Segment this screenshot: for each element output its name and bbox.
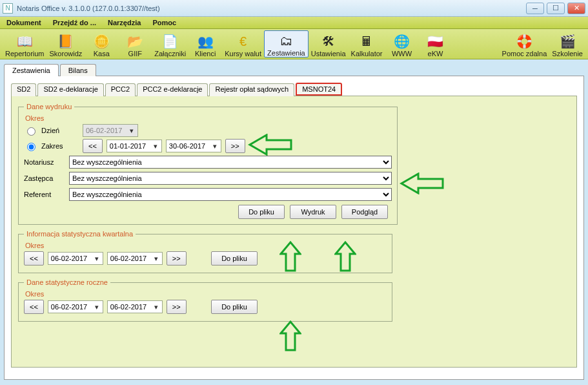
rz-date-to-input[interactable] bbox=[109, 302, 152, 312]
kw-date-to[interactable]: ▾ bbox=[107, 252, 163, 265]
menu-dokument[interactable]: Dokument bbox=[6, 19, 41, 26]
chevron-down-icon[interactable]: ▾ bbox=[210, 142, 219, 151]
label-notariusz: Notariusz bbox=[24, 158, 69, 166]
tab-bilans[interactable]: Bilans bbox=[60, 64, 96, 76]
chevron-down-icon[interactable]: ▾ bbox=[152, 303, 161, 311]
tool-repertorium[interactable]: 📖Repertorium bbox=[3, 32, 47, 57]
calculator-icon: 🖩 bbox=[356, 33, 377, 50]
btn-podglad[interactable]: Podgląd bbox=[341, 205, 388, 219]
tool-skorowidz[interactable]: 📙Skorowidz bbox=[47, 32, 85, 57]
legend-kwartalna: Informacja statystyczna kwartalna bbox=[24, 230, 136, 238]
kw-prev-button[interactable]: << bbox=[24, 251, 44, 265]
clients-icon: 👥 bbox=[195, 33, 216, 50]
window-titlebar: N Notaris Office v. 3.1.0.0 (127.0.0.1:3… bbox=[0, 0, 588, 17]
btn-do-pliku[interactable]: Do pliku bbox=[238, 205, 285, 219]
ekw-icon: 🇵🇱 bbox=[425, 33, 445, 50]
tool-zestawienia[interactable]: 🗂Zestawienia bbox=[264, 30, 309, 57]
kw-date-from-input[interactable] bbox=[50, 253, 92, 264]
minimize-button[interactable]: ─ bbox=[526, 3, 544, 14]
tool-szkolenie[interactable]: 🎬Szkolenie bbox=[549, 32, 585, 57]
btn-wydruk[interactable]: Wydruk bbox=[290, 205, 336, 219]
group-kwartalna: Informacja statystyczna kwartalna Okres … bbox=[18, 230, 392, 273]
euro-icon: € bbox=[233, 33, 254, 50]
rz-date-from-input[interactable] bbox=[50, 302, 92, 312]
tool-giif[interactable]: 📂GIIF bbox=[118, 32, 152, 57]
label-referent: Referent bbox=[24, 191, 69, 198]
rz-date-from[interactable]: ▾ bbox=[48, 300, 103, 313]
subtab-sd2[interactable]: SD2 bbox=[11, 83, 36, 96]
date-from-input[interactable] bbox=[108, 141, 151, 151]
label-zastepca: Zastępca bbox=[24, 174, 69, 182]
subtab-sd2-edek[interactable]: SD2 e-deklaracje bbox=[37, 83, 103, 96]
tool-ustawienia[interactable]: 🛠Ustawienia bbox=[309, 32, 349, 57]
menubar: Dokument Przejdź do ... Narzędzia Pomoc bbox=[0, 17, 588, 29]
tool-ekw[interactable]: 🇵🇱eKW bbox=[418, 32, 452, 57]
panel-msnot24: Dane wydruku Okres Dzień ▾ Zakres << ▾ bbox=[11, 96, 577, 368]
chevron-down-icon: ▾ bbox=[127, 127, 136, 135]
app-icon: N bbox=[3, 3, 13, 14]
tool-klienci[interactable]: 👥Klienci bbox=[188, 32, 222, 57]
rz-next-button[interactable]: >> bbox=[167, 300, 187, 314]
tab-zestawienia[interactable]: Zestawienia bbox=[4, 64, 59, 76]
label-okres: Okres bbox=[25, 114, 392, 122]
tools-icon: 🛠 bbox=[318, 33, 339, 50]
rz-prev-button[interactable]: << bbox=[24, 300, 44, 314]
chevron-down-icon[interactable]: ▾ bbox=[92, 303, 101, 311]
folder-icon: 📂 bbox=[125, 33, 145, 50]
range-next-button[interactable]: >> bbox=[225, 139, 245, 153]
label-dzien: Dzień bbox=[41, 127, 79, 134]
reports-icon: 🗂 bbox=[276, 32, 296, 49]
tool-kalkulator[interactable]: 🖩Kalkulator bbox=[349, 32, 385, 57]
tool-www[interactable]: 🌐WWW bbox=[385, 32, 418, 57]
close-button[interactable]: ✕ bbox=[567, 3, 585, 14]
rz-date-to[interactable]: ▾ bbox=[107, 300, 163, 313]
group-roczne: Dane statystyczne roczne Okres << ▾ ▾ >>… bbox=[18, 278, 392, 322]
subtab-pcc2[interactable]: PCC2 bbox=[105, 83, 136, 96]
chevron-down-icon[interactable]: ▾ bbox=[152, 255, 161, 263]
kw-date-from[interactable]: ▾ bbox=[48, 252, 103, 265]
kw-btn-do-pliku[interactable]: Do pliku bbox=[211, 251, 258, 265]
content-area: SD2 SD2 e-deklaracje PCC2 PCC2 e-deklara… bbox=[4, 76, 584, 380]
menu-narzedzia[interactable]: Narzędzia bbox=[108, 19, 141, 26]
tool-pomoc-zdalna[interactable]: 🛟Pomoc zdalna bbox=[500, 32, 550, 57]
group-dane-wydruku: Dane wydruku Okres Dzień ▾ Zakres << ▾ bbox=[18, 103, 398, 225]
date-dzien-input bbox=[85, 125, 127, 136]
menu-przejdz[interactable]: Przejdź do ... bbox=[53, 19, 96, 26]
label-okres-rz: Okres bbox=[25, 290, 387, 298]
chevron-down-icon[interactable]: ▾ bbox=[151, 142, 160, 151]
tool-zalaczniki[interactable]: 📄Załączniki bbox=[152, 32, 188, 57]
subtab-pcc2-edek[interactable]: PCC2 e-deklaracje bbox=[137, 83, 208, 96]
attachment-icon: 📄 bbox=[160, 33, 181, 50]
date-to-input[interactable] bbox=[168, 141, 210, 151]
kw-date-to-input[interactable] bbox=[109, 253, 152, 264]
radio-dzien[interactable] bbox=[27, 127, 35, 136]
legend-roczne: Dane statystyczne roczne bbox=[24, 278, 110, 286]
book-icon: 📖 bbox=[14, 33, 35, 50]
tool-kasa[interactable]: 🪙Kasa bbox=[85, 32, 118, 57]
menu-pomoc[interactable]: Pomoc bbox=[152, 19, 176, 26]
maximize-button[interactable]: ☐ bbox=[547, 3, 565, 14]
radio-zakres[interactable] bbox=[27, 143, 35, 151]
subtab-rejestr[interactable]: Rejestr opłat sądowych bbox=[209, 83, 294, 96]
annotation-arrow-left-2 bbox=[399, 172, 444, 194]
tool-kursy[interactable]: €Kursy walut bbox=[222, 32, 264, 57]
legend-dane-wydruku: Dane wydruku bbox=[24, 103, 74, 110]
label-okres-kw: Okres bbox=[25, 242, 387, 249]
select-referent[interactable]: Bez wyszczególnienia bbox=[69, 188, 392, 201]
annotation-arrow-up-3 bbox=[279, 319, 301, 351]
select-zastepca[interactable]: Bez wyszczególnienia bbox=[69, 172, 392, 185]
date-dzien: ▾ bbox=[83, 124, 138, 137]
globe-icon: 🌐 bbox=[391, 33, 412, 50]
clapper-icon: 🎬 bbox=[557, 33, 578, 50]
subtab-msnot24[interactable]: MSNOT24 bbox=[296, 83, 342, 96]
lifebuoy-icon: 🛟 bbox=[514, 33, 534, 50]
coins-icon: 🪙 bbox=[91, 33, 112, 50]
rz-btn-do-pliku[interactable]: Do pliku bbox=[211, 300, 258, 314]
window-title: Notaris Office v. 3.1.0.0 (127.0.0.1:330… bbox=[17, 5, 526, 12]
chevron-down-icon[interactable]: ▾ bbox=[92, 255, 101, 263]
kw-next-button[interactable]: >> bbox=[167, 251, 187, 265]
date-from[interactable]: ▾ bbox=[106, 140, 162, 152]
select-notariusz[interactable]: Bez wyszczególnienia bbox=[69, 156, 392, 169]
date-to[interactable]: ▾ bbox=[166, 140, 221, 152]
range-prev-button[interactable]: << bbox=[83, 139, 103, 153]
